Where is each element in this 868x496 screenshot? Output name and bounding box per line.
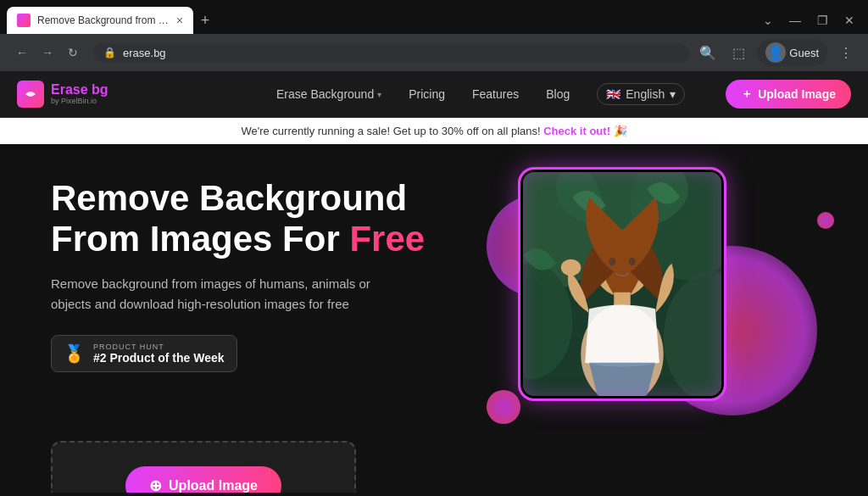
browser-chrome: Remove Background from Imag... × + ⌄ — ❐… (0, 0, 868, 71)
nav-pricing[interactable]: Pricing (409, 87, 445, 101)
dropdown-arrow-icon: ▾ (377, 90, 381, 99)
hero-section: Remove Background From Images For Free R… (0, 144, 868, 441)
active-tab[interactable]: Remove Background from Imag... × (7, 7, 193, 34)
medal-icon: 🏅 (64, 343, 85, 364)
window-minimize[interactable]: — (783, 8, 807, 32)
logo-sub: by PixelBin.io (51, 97, 108, 105)
window-chevron[interactable]: ⌄ (756, 8, 780, 32)
menu-button[interactable]: ⋮ (834, 41, 858, 64)
logo[interactable]: Erase bg by PixelBin.io (17, 81, 108, 108)
upload-box: ⊕ Upload Image Drop an image or paste UR… (51, 441, 356, 493)
reload-button[interactable]: ↻ (61, 41, 85, 64)
lock-icon: 🔒 (103, 47, 116, 59)
ph-rank: #2 Product of the Week (93, 351, 225, 365)
blob-decoration-3 (487, 390, 520, 424)
svg-point-0 (18, 14, 30, 26)
page-content: Erase bg by PixelBin.io Erase Background… (0, 71, 868, 493)
window-close[interactable]: ✕ (837, 8, 861, 32)
browser-controls: ← → ↻ 🔒 erase.bg 🔍 ⬚ 👤 Guest ⋮ (0, 34, 868, 71)
profile-button[interactable]: 👤 Guest (757, 39, 827, 66)
language-selector[interactable]: 🇬🇧 English ▾ (597, 83, 685, 105)
flag-icon: 🇬🇧 (606, 87, 620, 101)
ph-label: PRODUCT HUNT (93, 343, 225, 351)
logo-main: Erase bg (51, 83, 108, 97)
logo-icon (17, 81, 44, 108)
address-bar[interactable]: 🔒 erase.bg (93, 43, 689, 63)
upload-circle-plus-icon: ⊕ (149, 476, 162, 493)
language-label: English (626, 87, 665, 101)
extension-icon[interactable]: ⬚ (726, 41, 750, 64)
upload-image-button[interactable]: ⊕ Upload Image (125, 466, 281, 493)
promo-banner: We're currently running a sale! Get up t… (0, 118, 868, 144)
address-text: erase.bg (123, 47, 679, 59)
upload-image-nav-button[interactable]: ＋ Upload Image (726, 80, 851, 109)
window-restore[interactable]: ❐ (810, 8, 834, 32)
navbar: Erase bg by PixelBin.io Erase Background… (0, 71, 868, 118)
upload-section: ⊕ Upload Image Drop an image or paste UR… (0, 441, 868, 493)
nav-erase-background[interactable]: Erase Background ▾ (276, 87, 381, 101)
profile-label: Guest (789, 47, 819, 59)
title-highlight: Free (349, 219, 425, 259)
banner-text: We're currently running a sale! Get up t… (241, 125, 540, 137)
lang-dropdown-icon: ▾ (670, 87, 676, 101)
nav-blog[interactable]: Blog (546, 87, 570, 101)
nav-links: Erase Background ▾ Pricing Features Blog… (276, 80, 851, 109)
browser-actions: 🔍 ⬚ 👤 Guest ⋮ (696, 39, 858, 66)
blob-decoration-4 (817, 212, 834, 229)
product-hunt-badge[interactable]: 🏅 PRODUCT HUNT #2 Product of the Week (51, 335, 237, 372)
tab-title: Remove Background from Imag... (37, 14, 170, 26)
back-button[interactable]: ← (10, 41, 34, 64)
hero-title: Remove Background From Images For Free (51, 178, 817, 260)
ph-text: PRODUCT HUNT #2 Product of the Week (93, 343, 225, 365)
logo-text: Erase bg by PixelBin.io (51, 83, 108, 105)
profile-avatar: 👤 (765, 42, 786, 63)
new-tab-button[interactable]: + (193, 8, 217, 32)
tab-favicon (17, 14, 31, 27)
tab-bar: Remove Background from Imag... × + ⌄ — ❐… (0, 0, 868, 34)
upload-plus-icon: ＋ (741, 86, 753, 102)
tab-close-btn[interactable]: × (176, 14, 183, 27)
nav-features[interactable]: Features (472, 87, 519, 101)
banner-link[interactable]: Check it out! 🎉 (543, 125, 626, 137)
forward-button[interactable]: → (36, 41, 59, 64)
search-icon[interactable]: 🔍 (696, 41, 720, 64)
hero-left: Remove Background From Images For Free R… (51, 178, 817, 372)
hero-description: Remove background from images of humans,… (51, 274, 407, 315)
